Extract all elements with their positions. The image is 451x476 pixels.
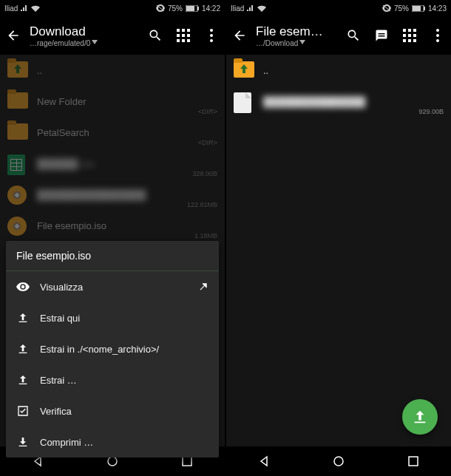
list-item-meta: 1.18MB xyxy=(194,232,217,239)
menu-item-extract-in[interactable]: Estrai in ./<nome_archivio>/ xyxy=(6,333,219,364)
list-item-meta: <DIR> xyxy=(198,139,217,146)
status-bar: Iliad 75% 14:23 xyxy=(226,0,451,16)
list-item-file[interactable]: ████████████████ 122.81MB xyxy=(0,179,225,210)
list-item-folder[interactable]: New Folder <DIR> xyxy=(0,86,225,117)
menu-item-extract[interactable]: Estrai … xyxy=(6,364,219,395)
fab-button[interactable] xyxy=(402,399,438,435)
app-bar: Download …rage/emulated/0 xyxy=(0,16,225,55)
eye-icon xyxy=(16,280,30,293)
list-item-up[interactable]: .. xyxy=(226,55,451,86)
svg-point-34 xyxy=(334,457,343,466)
svg-point-32 xyxy=(436,34,439,37)
carrier-label: Iliad xyxy=(4,4,18,13)
svg-point-13 xyxy=(210,29,213,32)
svg-rect-35 xyxy=(409,457,418,466)
wifi-icon xyxy=(31,5,40,12)
arrow-left-icon xyxy=(232,28,247,43)
svg-rect-4 xyxy=(177,29,180,32)
more-vert-icon xyxy=(436,29,439,42)
app-bar: File esem… …/Download xyxy=(226,16,451,55)
list-item-label: ████████████████ xyxy=(37,189,217,200)
list-item-label: ███████████████ xyxy=(263,96,444,107)
battery-label: 75% xyxy=(168,4,183,13)
check-icon xyxy=(16,404,30,418)
list-item-label: ██████.csv xyxy=(37,158,217,169)
list-item-meta: 328.00B xyxy=(192,170,217,177)
notes-icon xyxy=(375,29,388,42)
nav-home-button[interactable] xyxy=(330,453,347,469)
list-item-meta: 929.00B xyxy=(418,108,444,115)
back-button[interactable] xyxy=(232,28,247,43)
list-item-meta: 122.81MB xyxy=(187,201,217,208)
list-item-label: .. xyxy=(263,65,444,76)
upload-icon xyxy=(412,409,428,425)
breadcrumb[interactable]: …rage/emulated/0 xyxy=(30,39,139,47)
search-button[interactable] xyxy=(346,28,361,43)
menu-item-label: Estrai qui xyxy=(40,313,80,324)
svg-rect-24 xyxy=(413,29,416,32)
search-icon xyxy=(346,28,361,43)
phone-right: Iliad 75% 14:23 File esem… …/Download xyxy=(226,0,451,476)
grid-icon xyxy=(177,29,190,42)
menu-item-extract-here[interactable]: Estrai qui xyxy=(6,302,219,333)
svg-point-14 xyxy=(210,34,213,37)
upload-icon xyxy=(16,311,30,324)
svg-point-31 xyxy=(436,29,439,32)
list-item-folder[interactable]: PetalSearch <DIR> xyxy=(0,117,225,148)
svg-rect-12 xyxy=(187,39,190,42)
svg-rect-30 xyxy=(413,39,416,42)
folder-icon xyxy=(7,123,28,140)
nav-recent-button[interactable] xyxy=(405,453,421,469)
grid-icon xyxy=(403,29,416,42)
overflow-button[interactable] xyxy=(204,28,219,43)
list-item-file[interactable]: File esempio.iso 1.18MB xyxy=(0,210,225,241)
file-icon xyxy=(234,92,251,113)
square-icon xyxy=(182,456,192,466)
context-menu-title: File esempio.iso xyxy=(6,241,219,271)
svg-rect-2 xyxy=(186,6,194,11)
list-item-file[interactable]: ██████.csv 328.00B xyxy=(0,148,225,179)
notes-button[interactable] xyxy=(374,28,389,43)
eye-off-icon xyxy=(382,4,391,12)
svg-point-15 xyxy=(210,39,213,42)
grid-view-button[interactable] xyxy=(402,28,417,43)
breadcrumb[interactable]: …/Download xyxy=(256,39,337,47)
dropdown-icon xyxy=(92,40,98,46)
folder-icon xyxy=(7,92,28,109)
download-icon xyxy=(16,435,30,449)
svg-rect-28 xyxy=(403,39,406,42)
menu-item-label: Estrai in ./<nome_archivio>/ xyxy=(40,344,159,355)
svg-rect-9 xyxy=(187,34,190,37)
folder-up-icon xyxy=(7,61,28,78)
nav-back-button[interactable] xyxy=(256,453,272,469)
svg-point-16 xyxy=(108,457,117,466)
search-icon xyxy=(148,28,163,43)
svg-rect-10 xyxy=(177,39,180,42)
battery-icon xyxy=(412,5,425,12)
menu-item-verify[interactable]: Verifica xyxy=(6,395,219,426)
list-item-label: New Folder xyxy=(37,96,217,107)
list-item-up[interactable]: .. xyxy=(0,55,225,86)
signal-icon xyxy=(21,5,28,11)
overflow-button[interactable] xyxy=(430,28,445,43)
battery-label: 75% xyxy=(394,4,409,13)
triangle-left-icon xyxy=(258,455,270,467)
list-item-file[interactable]: ███████████████ 929.00B xyxy=(226,86,451,117)
search-button[interactable] xyxy=(148,28,163,43)
phone-left: Iliad 75% 14:22 Download …rage/emulated/… xyxy=(0,0,225,476)
clock-label: 14:23 xyxy=(428,4,447,13)
svg-rect-17 xyxy=(183,457,191,466)
grid-view-button[interactable] xyxy=(176,28,191,43)
list-item-label: .. xyxy=(37,65,217,76)
list-item-label: File esempio.iso xyxy=(37,220,217,231)
menu-item-view[interactable]: Visualizza xyxy=(6,271,219,302)
more-vert-icon xyxy=(210,29,213,42)
svg-point-33 xyxy=(436,39,439,42)
svg-rect-26 xyxy=(408,34,411,37)
back-button[interactable] xyxy=(6,28,21,43)
list-item-meta: <DIR> xyxy=(198,108,217,115)
svg-rect-5 xyxy=(182,29,185,32)
upload-icon xyxy=(16,342,30,356)
menu-item-compress[interactable]: Comprimi … xyxy=(6,426,219,458)
status-bar: Iliad 75% 14:22 xyxy=(0,0,225,16)
